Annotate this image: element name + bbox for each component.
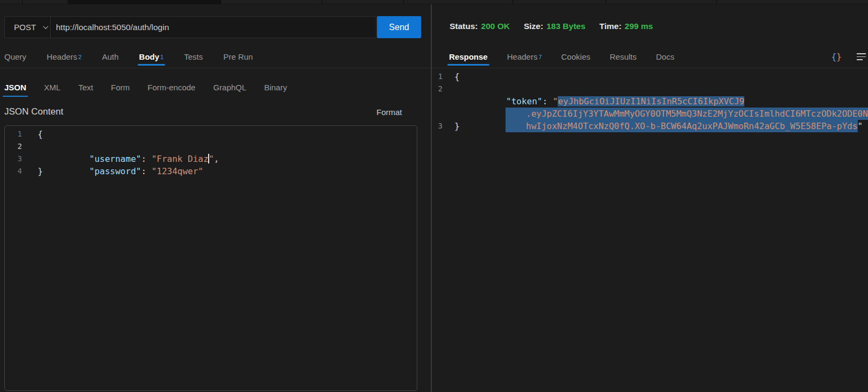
- thunder-client-window: POST http://localhost:5050/auth/login Se…: [0, 0, 868, 392]
- tab-label: Results: [610, 52, 637, 61]
- tab-label: Body: [139, 52, 160, 61]
- tab-text[interactable]: Text: [79, 77, 94, 98]
- code-line: {: [454, 70, 460, 83]
- json-key: "password": [89, 166, 141, 176]
- line-number: 3: [433, 120, 443, 132]
- tab-separator: [403, 0, 404, 4]
- line-number: 1: [6, 128, 22, 140]
- code-line-wrapped: hwIjoxNzM4OTcxNzQ0fQ.XO-b-BCW64Aq2uxPAJW…: [464, 108, 863, 145]
- tab-headers[interactable]: Headers2: [47, 46, 82, 68]
- tab-separator: [68, 0, 68, 4]
- selected-token-text: hwIjoxNzM4OTcxNzQ0fQ.XO-b-BCW64Aq2uxPAJW…: [506, 120, 858, 132]
- json-content-heading: JSON Content: [4, 106, 63, 117]
- size-group: Size:183 Bytes: [524, 22, 586, 31]
- code-line: }: [454, 120, 460, 132]
- tab-body[interactable]: Body1: [139, 46, 164, 68]
- status-value: 200 OK: [481, 22, 510, 31]
- tab-label: Response: [449, 52, 488, 61]
- tab-separator: [606, 0, 606, 4]
- tab-tests[interactable]: Tests: [184, 46, 203, 68]
- tab-separator: [716, 0, 717, 4]
- tab-json[interactable]: JSON: [4, 77, 26, 98]
- tab-docs[interactable]: Docs: [656, 46, 674, 68]
- json-value: "1234qwer": [152, 166, 203, 176]
- code-line: }: [38, 165, 43, 177]
- tab-label: Headers: [47, 52, 77, 61]
- status-label: Status:: [450, 22, 478, 31]
- size-label: Size:: [524, 22, 543, 31]
- tabs-divider: [432, 68, 868, 68]
- tab-label: Tests: [184, 52, 203, 61]
- line-number-active: 2: [6, 140, 22, 153]
- response-status-row: Status:200 OK Size:183 Bytes Time:299 ms: [450, 22, 653, 31]
- raw-text-view-icon[interactable]: [857, 53, 866, 60]
- tab-response[interactable]: Response: [449, 46, 488, 68]
- tab-response-headers[interactable]: Headers7: [507, 46, 542, 68]
- tab-separator: [322, 0, 322, 4]
- headers-count-badge: 2: [79, 54, 82, 60]
- tab-strip-gap: [68, 0, 220, 4]
- status-group: Status:200 OK: [450, 22, 510, 31]
- tab-label: Cookies: [561, 52, 590, 61]
- tab-cookies[interactable]: Cookies: [561, 46, 590, 68]
- response-tabs: Response Headers7 Cookies Results Docs: [449, 46, 674, 68]
- tab-label: Query: [4, 52, 26, 61]
- tab-form[interactable]: Form: [111, 77, 130, 98]
- tab-binary[interactable]: Binary: [264, 77, 287, 98]
- format-button[interactable]: Format: [376, 108, 402, 117]
- send-button[interactable]: Send: [377, 16, 421, 38]
- body-type-tabs: JSON XML Text Form Form-encode GraphQL B…: [4, 77, 287, 98]
- editor-tab-strip: [0, 0, 868, 4]
- line-number: 4: [6, 165, 22, 177]
- line-number: 2: [433, 83, 443, 95]
- tab-query[interactable]: Query: [4, 46, 26, 68]
- response-panel: Status:200 OK Size:183 Bytes Time:299 ms…: [432, 4, 868, 392]
- tab-label: Docs: [656, 52, 674, 61]
- tab-auth[interactable]: Auth: [102, 46, 119, 68]
- response-view-icons: {}: [831, 46, 868, 68]
- json-view-icon[interactable]: {}: [831, 52, 842, 62]
- tab-label: Pre Run: [223, 52, 253, 61]
- tab-xml[interactable]: XML: [44, 77, 61, 98]
- tab-separator: [22, 0, 23, 4]
- time-group: Time:299 ms: [600, 22, 653, 31]
- request-body-editor[interactable]: 1 2 3 4 { "username": "Frank Diaz", "pas…: [4, 125, 417, 391]
- line-number: 3: [6, 153, 22, 165]
- line-number: 1: [433, 70, 443, 83]
- tab-separator: [220, 0, 221, 4]
- time-label: Time:: [600, 22, 622, 31]
- url-input[interactable]: http://localhost:5050/auth/login: [51, 23, 169, 32]
- body-count-badge: 1: [160, 54, 163, 60]
- response-headers-count-badge: 7: [538, 54, 542, 60]
- tab-label: Auth: [102, 52, 119, 61]
- chevron-down-icon: [43, 24, 48, 29]
- tab-graphql[interactable]: GraphQL: [213, 77, 246, 98]
- request-url-bar: POST http://localhost:5050/auth/login: [4, 16, 376, 38]
- tab-pre-run[interactable]: Pre Run: [223, 46, 253, 68]
- tab-results[interactable]: Results: [610, 46, 637, 68]
- request-panel: POST http://localhost:5050/auth/login Se…: [0, 4, 431, 392]
- code-line: "password": "1234qwer": [48, 153, 203, 190]
- tab-label: Headers: [507, 52, 538, 61]
- tab-form-encode[interactable]: Form-encode: [147, 77, 195, 98]
- tab-separator: [513, 0, 513, 4]
- method-dropdown[interactable]: POST: [5, 17, 51, 38]
- time-value: 299 ms: [625, 22, 653, 31]
- method-label: POST: [14, 23, 36, 32]
- request-tabs: Query Headers2 Auth Body1 Tests Pre Run: [4, 46, 253, 68]
- tabs-divider: [0, 68, 431, 68]
- size-value: 183 Bytes: [546, 22, 585, 31]
- code-line: {: [38, 128, 43, 140]
